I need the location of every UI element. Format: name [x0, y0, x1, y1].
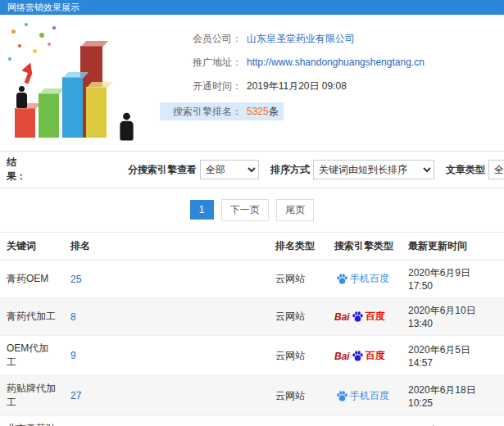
promo-url-label: 推广地址： — [160, 55, 242, 70]
updated-cell: 2020年6月10日 13:40 — [402, 298, 504, 336]
result-label: 结果： — [7, 156, 26, 184]
businessman-figure — [16, 86, 27, 108]
table-header-row: 关键词 排名 排名类型 搜索引擎类型 最新更新时间 — [0, 233, 504, 261]
rank-type-cell: 云网站 — [269, 298, 328, 336]
header-engine-type: 搜索引擎类型 — [328, 233, 402, 261]
pagination: 1 下一页 尾页 — [0, 188, 504, 232]
baidu-paw-icon — [352, 310, 364, 323]
baidu-paw-icon — [352, 350, 364, 362]
page-title: 网络营销效果展示 — [0, 0, 504, 15]
baidu-logo-cn: 百度 — [366, 310, 385, 322]
header-rank: 排名 — [64, 233, 269, 261]
filter-bar: 结果： 分搜索引擎查看 全部 排序方式 关键词由短到长排序 文章类型 全部 提交 — [0, 152, 504, 188]
header-keyword: 关键词 — [0, 233, 64, 261]
confetti-dot — [11, 29, 16, 34]
engine-filter-select[interactable]: 全部 — [200, 160, 259, 179]
engine-cell: Bai百度 — [328, 298, 402, 336]
engine-cell: 手机百度 — [328, 376, 402, 416]
chart-bar — [15, 108, 35, 138]
open-time-label: 开通时间： — [160, 79, 242, 93]
page-1-button[interactable]: 1 — [190, 200, 214, 220]
confetti-dot — [48, 43, 51, 46]
updated-cell: 2020年6月5日 14:57 — [402, 336, 504, 376]
confetti-dot — [33, 49, 37, 53]
rank-cell[interactable]: 9 — [64, 336, 269, 376]
member-company-link[interactable]: 山东皇圣堂药业有限公司 — [247, 33, 355, 44]
engine-rank-count: 5325 — [247, 106, 269, 117]
article-type-label: 文章类型 — [446, 163, 485, 177]
baidu-logo-text: Bai — [334, 350, 350, 361]
open-time-value: 2019年11月20日 09:08 — [247, 80, 347, 92]
last-page-button[interactable]: 尾页 — [276, 199, 314, 221]
chart-bar — [62, 77, 83, 138]
open-time-row: 开通时间：2019年11月20日 09:08 — [160, 79, 504, 93]
engine-rank-suffix: 条 — [269, 106, 279, 117]
rank-cell[interactable]: 27 — [64, 376, 269, 416]
updated-cell: 2020年6月11日 11:18 — [402, 416, 504, 426]
rank-cell[interactable]: 8 — [64, 298, 269, 336]
engine-rank-highlight: 搜索引擎排名：5325条 — [160, 102, 284, 120]
keyword-cell: 膏药OEM — [0, 261, 64, 298]
chart-bar — [86, 87, 107, 138]
baidu-paw-icon — [336, 390, 348, 402]
growth-arrow-stem — [25, 72, 32, 84]
keyword-cell: OEM代加工 — [0, 336, 64, 376]
confetti-dot — [52, 26, 56, 29]
engine-cell: Bai百度 — [328, 416, 402, 426]
rank-cell[interactable]: 1 — [64, 416, 269, 426]
updated-cell: 2020年6月18日 10:25 — [402, 376, 504, 416]
updated-cell: 2020年6月9日 17:50 — [402, 261, 504, 298]
bar-chart-illustration — [0, 15, 160, 146]
member-company-row: 会员公司：山东皇圣堂药业有限公司 — [160, 31, 504, 46]
mobile-baidu-label: 手机百度 — [350, 273, 389, 284]
article-type-select[interactable]: 全部 — [488, 160, 504, 179]
engine-rank-label: 搜索引擎排名： — [160, 104, 242, 119]
table-row: OEM代加工 9 云网站 Bai百度 2020年6月5日 14:57 — [0, 336, 504, 376]
next-page-button[interactable]: 下一页 — [221, 199, 269, 221]
promo-url-row: 推广地址：http://www.shandonghuangshengtang.c… — [160, 55, 504, 70]
sort-filter-label: 排序方式 — [270, 163, 310, 177]
baidu-paw-icon — [336, 273, 348, 285]
keyword-cell: 北京膏药贴牌 — [0, 416, 64, 426]
confetti-dot — [39, 33, 44, 38]
engine-filter-label: 分搜索引擎查看 — [128, 163, 197, 177]
table-row: 药贴牌代加工 27 云网站 手机百度 2020年6月18日 10:25 — [0, 376, 504, 416]
table-row: 膏药代加工 8 云网站 Bai百度 2020年6月10日 13:40 — [0, 298, 504, 336]
baidu-logo-cn: 百度 — [366, 350, 385, 361]
member-company-label: 会员公司： — [160, 31, 242, 46]
keyword-ranking-table: 关键词 排名 排名类型 搜索引擎类型 最新更新时间 膏药OEM 25 云网站 手… — [0, 232, 504, 426]
promo-url-link[interactable]: http://www.shandonghuangshengtang.cn — [247, 57, 425, 68]
table-row: 膏药OEM 25 云网站 手机百度 2020年6月9日 17:50 — [0, 261, 504, 298]
member-info-section: 会员公司：山东皇圣堂药业有限公司 推广地址：http://www.shandon… — [0, 15, 504, 152]
engine-cell: 手机百度 — [328, 261, 402, 298]
rank-type-cell: 云网站 — [269, 376, 328, 416]
sort-filter-select[interactable]: 关键词由短到长排序 — [313, 160, 434, 179]
engine-cell: Bai百度 — [328, 336, 402, 376]
confetti-dot — [8, 57, 11, 61]
businessman-figure — [120, 113, 133, 141]
confetti-dot — [25, 23, 28, 26]
table-row: 北京膏药贴牌 1 云网站 Bai百度 2020年6月11日 11:18 — [0, 416, 504, 426]
rank-type-cell: 云网站 — [269, 416, 328, 426]
filter-group: 分搜索引擎查看 全部 排序方式 关键词由短到长排序 文章类型 全部 提交 — [116, 159, 504, 181]
member-info-rows: 会员公司：山东皇圣堂药业有限公司 推广地址：http://www.shandon… — [160, 15, 504, 151]
keyword-cell: 药贴牌代加工 — [0, 376, 64, 416]
confetti-dot — [18, 44, 21, 48]
rank-type-cell: 云网站 — [269, 336, 328, 376]
header-rank-type: 排名类型 — [269, 233, 328, 261]
header-updated: 最新更新时间 — [402, 233, 504, 261]
mobile-baidu-label: 手机百度 — [350, 390, 389, 401]
baidu-logo-text: Bai — [334, 311, 350, 323]
engine-rank-row: 搜索引擎排名：5325条 — [160, 102, 504, 120]
chart-bar — [39, 93, 59, 138]
rank-cell[interactable]: 25 — [64, 261, 269, 298]
keyword-cell: 膏药代加工 — [0, 298, 64, 336]
rank-type-cell: 云网站 — [269, 261, 328, 298]
